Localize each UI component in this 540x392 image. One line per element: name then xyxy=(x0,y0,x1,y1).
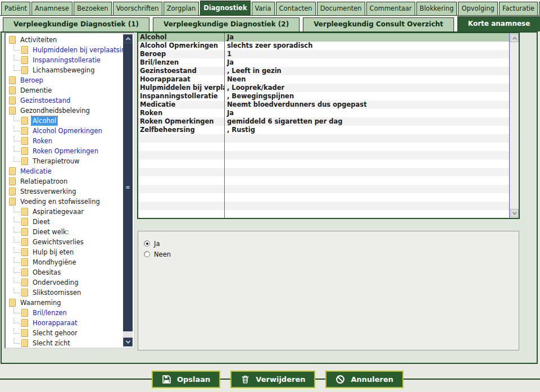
tree-item-dieet-welk[interactable]: Dieet welk: xyxy=(8,227,134,237)
tree-item-gezinstoestand[interactable]: Gezinstoestand xyxy=(8,95,134,106)
tree-item-mondhygi-ne[interactable]: Mondhygiëne xyxy=(8,257,134,267)
table-row-empty[interactable] xyxy=(138,159,509,168)
sub-tab-korte-anamnese[interactable]: Korte anamnese xyxy=(457,16,540,31)
tree-item-obesitas[interactable]: Obesitas xyxy=(8,267,134,277)
tree-item-voeding-en-stofwisseling[interactable]: Voeding en stofwisseling xyxy=(8,197,134,207)
tree-item-medicatie[interactable]: Medicatie xyxy=(8,166,134,176)
trash-icon xyxy=(240,375,250,384)
tree-item-beroep[interactable]: Beroep xyxy=(8,75,134,85)
tree-item-relatiepatroon[interactable]: Relatiepatroon xyxy=(8,176,134,186)
table-row-empty[interactable] xyxy=(138,168,509,176)
table-row-roken[interactable]: RokenJa xyxy=(138,109,509,117)
radio-icon[interactable] xyxy=(144,251,150,257)
sub-tab-verpleegkundig-consult-overzicht[interactable]: Verpleegkundig Consult Overzicht xyxy=(303,17,454,31)
tree-item-dieet[interactable]: Dieet xyxy=(8,217,134,227)
tree-scrollbar-thumb[interactable]: ≡ xyxy=(123,43,133,331)
tree-scroll-down-button[interactable] xyxy=(123,338,133,347)
table-scroll-up-button[interactable] xyxy=(510,34,519,42)
main-tab-diagnostiek[interactable]: Diagnostiek xyxy=(200,1,250,15)
tree-scroll-up-button[interactable] xyxy=(123,34,133,43)
tree-item-alcohol[interactable]: Alcohol xyxy=(8,116,134,126)
main-tab-varia[interactable]: Varia xyxy=(252,2,275,15)
button-label: Opslaan xyxy=(177,375,210,384)
row-label xyxy=(138,151,225,159)
tree-item-hoorapparaat[interactable]: Hoorapparaat xyxy=(8,318,134,328)
main-tab-pati-nt[interactable]: Patiënt xyxy=(1,2,30,15)
tree-item-stressverwerking[interactable]: Stressverwerking xyxy=(8,186,134,197)
tree-item-gewichtsverlies[interactable]: Gewichtsverlies xyxy=(8,237,134,247)
table-row-roken-opmerkingen[interactable]: Roken Opmerkingengemiddeld 6 sigaretten … xyxy=(138,117,509,126)
tree-item-alcohol-opmerkingen[interactable]: Alcohol Opmerkingen xyxy=(8,126,134,136)
table-row-empty[interactable] xyxy=(138,193,509,202)
tree-item-activiteiten[interactable]: Activiteiten xyxy=(8,35,134,45)
tree-item-waarneming[interactable]: Waarneming xyxy=(8,298,134,308)
tree-item-roken-opmerkingen[interactable]: Roken Opmerkingen xyxy=(8,146,134,156)
main-tab-commentaar[interactable]: Commentaar xyxy=(366,2,415,15)
tree-item-ondervoeding[interactable]: Ondervoeding xyxy=(8,277,134,288)
button-annuleren[interactable]: Annuleren xyxy=(325,371,403,388)
tree-item-roken[interactable]: Roken xyxy=(8,136,134,146)
folder-icon xyxy=(21,238,28,246)
table-row-alcohol[interactable]: AlcoholJa xyxy=(138,33,509,42)
tree-scrollbar[interactable]: ≡ xyxy=(123,34,133,347)
tree-item-hulp-bij-eten[interactable]: Hulp bij eten xyxy=(8,247,134,257)
table-row-alcohol-opmerkingen[interactable]: Alcohol Opmerkingenslechts zeer sporadis… xyxy=(138,42,509,50)
table-scrollbar[interactable] xyxy=(509,33,519,218)
sub-tab-verpleegkundige-diagnostiek-1[interactable]: Verpleegkundige Diagnostiek (1) xyxy=(3,17,149,31)
main-tab-opvolging[interactable]: Opvolging xyxy=(458,2,497,15)
table-row-empty[interactable] xyxy=(138,143,509,151)
tree-item-gezondheidsbeleving[interactable]: Gezondheidsbeleving xyxy=(8,106,134,116)
radio-option-neen[interactable]: Neen xyxy=(144,249,519,259)
anamnese-table-rows: AlcoholJaAlcohol Opmerkingenslechts zeer… xyxy=(138,33,509,218)
row-value xyxy=(225,134,509,143)
main-tab-documenten[interactable]: Documenten xyxy=(317,2,365,15)
chevron-down-icon xyxy=(125,339,130,343)
row-value xyxy=(225,185,509,193)
table-row-empty[interactable] xyxy=(138,185,509,193)
main-tab-zorgplan[interactable]: Zorgplan xyxy=(164,2,199,15)
row-label xyxy=(138,210,225,218)
tree-connector xyxy=(13,136,20,142)
row-value xyxy=(225,210,509,218)
tree-item-aspiratiegevaar[interactable]: Aspiratiegevaar xyxy=(8,207,134,217)
tree-item-slecht-zicht[interactable]: Slecht zicht xyxy=(8,338,134,348)
radio-icon[interactable] xyxy=(144,240,150,247)
main-tab-voorschriften[interactable]: Voorschriften xyxy=(113,2,162,15)
tree-item-slikstoornissen[interactable]: Slikstoornissen xyxy=(8,288,134,298)
table-row-gezinstoestand[interactable]: Gezinstoestand, Leeft in gezin xyxy=(138,67,509,75)
main-tab-blokkering[interactable]: Blokkering xyxy=(416,2,457,15)
main-tab-facturatie[interactable]: Facturatie xyxy=(499,2,538,15)
table-row-zelfbeheersing[interactable]: Zelfbeheersing, Rustig xyxy=(138,126,509,134)
tree-item-therapietrouw[interactable]: Therapietrouw xyxy=(8,156,134,166)
table-row-beroep[interactable]: Beroep1 xyxy=(138,50,509,58)
tree-connector xyxy=(13,338,20,344)
tree-item-inspanningstolleratie[interactable]: Inspanningstolleratie xyxy=(8,55,134,65)
table-row-bril-lenzen[interactable]: Bril/lenzenJa xyxy=(138,58,509,67)
folder-icon xyxy=(21,66,28,74)
table-row-empty[interactable] xyxy=(138,176,509,185)
folder-icon xyxy=(21,268,28,276)
table-row-inspanningstolleratie[interactable]: Inspanningstolleratie, Bewegingspijnen xyxy=(138,92,509,101)
table-row-medicatie[interactable]: MedicatieNeemt bloedverdunners dus opgep… xyxy=(138,101,509,109)
tree-item-slecht-gehoor[interactable]: Slecht gehoor xyxy=(8,328,134,338)
tree-connector xyxy=(13,308,20,313)
table-row-empty[interactable] xyxy=(138,202,509,210)
main-tab-contacten[interactable]: Contacten xyxy=(276,2,316,15)
radio-option-ja[interactable]: Ja xyxy=(144,238,519,249)
button-verwijderen[interactable]: Verwijderen xyxy=(230,371,315,388)
tree-item-zelfbeheersing[interactable]: Zelfbeheersing xyxy=(8,348,134,349)
sub-tab-verpleegkundige-diagnostiek-2[interactable]: Verpleegkundige Diagnostiek (2) xyxy=(153,17,300,31)
table-scroll-down-button[interactable] xyxy=(510,209,519,217)
table-row-empty[interactable] xyxy=(138,210,509,218)
tree-item-dementie[interactable]: Dementie xyxy=(8,85,134,95)
tree-item-lichaamsbeweging[interactable]: Lichaamsbeweging xyxy=(8,65,134,75)
table-row-empty[interactable] xyxy=(138,134,509,143)
table-row-hulpmiddelen-bij-verplaatsing[interactable]: Hulpmiddelen bij verplaatsing, Looprek/k… xyxy=(138,84,509,92)
table-row-hoorapparaat[interactable]: HoorapparaatNeen xyxy=(138,75,509,84)
button-opslaan[interactable]: Opslaan xyxy=(152,371,220,388)
tree-item-bril-lenzen[interactable]: Bril/lenzen xyxy=(8,308,134,318)
tree-item-hulpmiddelen-bij-verplaatsing[interactable]: Hulpmiddelen bij verplaatsing xyxy=(8,45,134,55)
main-tab-bezoeken[interactable]: Bezoeken xyxy=(74,2,112,15)
main-tab-anamnese[interactable]: Anamnese xyxy=(31,2,72,15)
table-row-empty[interactable] xyxy=(138,151,509,159)
